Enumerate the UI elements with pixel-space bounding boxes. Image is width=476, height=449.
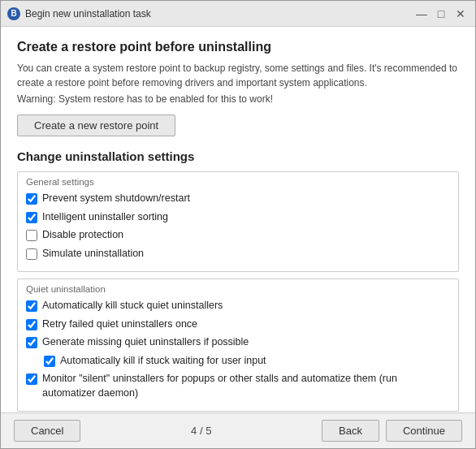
maximize-button[interactable]: □ [433, 6, 449, 22]
checkbox-monitor-silent: Monitor "silent" uninstallers for popups… [26, 372, 450, 400]
title-bar: B Begin new uninstallation task — □ ✕ [1, 1, 475, 27]
close-button[interactable]: ✕ [452, 6, 469, 22]
checkbox-prevent-shutdown-label: Prevent system shutdown/restart [42, 192, 190, 206]
checkbox-kill-waiting: Automatically kill if stuck waiting for … [44, 354, 450, 369]
footer-right: Back Continue [322, 420, 462, 442]
checkbox-intelligent-sorting-input[interactable] [26, 212, 37, 223]
checkbox-generate-missing-label: Generate missing quiet uninstallers if p… [42, 335, 249, 350]
quiet-uninstallation-label: Quiet uninstallation [26, 284, 450, 294]
settings-heading: Change uninstallation settings [17, 149, 459, 163]
checkbox-simulate-uninstall: Simulate uninstallation [26, 247, 450, 261]
app-icon: B [7, 7, 20, 20]
restore-description: You can create a system restore point to… [17, 61, 459, 90]
checkbox-simulate-uninstall-label: Simulate uninstallation [42, 247, 144, 261]
checkbox-kill-waiting-label: Automatically kill if stuck waiting for … [60, 354, 266, 369]
main-window: B Begin new uninstallation task — □ ✕ Cr… [0, 0, 476, 449]
footer-left: Cancel [14, 420, 80, 442]
window-controls: — □ ✕ [413, 6, 469, 22]
checkbox-monitor-silent-label: Monitor "silent" uninstallers for popups… [42, 372, 450, 400]
page-indicator: 4 / 5 [191, 425, 211, 437]
checkbox-intelligent-sorting: Intelligent uninstaller sorting [26, 210, 450, 225]
back-button[interactable]: Back [322, 420, 379, 442]
checkbox-retry-failed: Retry failed quiet uninstallers once [26, 317, 450, 332]
checkbox-disable-protection-label: Disable protection [42, 228, 123, 243]
checkbox-kill-stuck-label: Automatically kill stuck quiet uninstall… [42, 299, 223, 313]
window-title: Begin new uninstallation task [25, 8, 413, 19]
general-settings-label: General settings [26, 177, 450, 187]
checkbox-retry-failed-input[interactable] [26, 319, 37, 330]
content-area: Create a restore point before uninstalli… [1, 27, 475, 412]
checkbox-intelligent-sorting-label: Intelligent uninstaller sorting [42, 210, 168, 225]
checkbox-kill-stuck-input[interactable] [26, 300, 37, 312]
checkbox-disable-protection-input[interactable] [26, 230, 37, 241]
quiet-uninstallation-group: Quiet uninstallation Automatically kill … [17, 278, 459, 412]
footer: Cancel 4 / 5 Back Continue [1, 412, 475, 448]
checkbox-retry-failed-label: Retry failed quiet uninstallers once [42, 317, 197, 332]
minimize-button[interactable]: — [413, 6, 430, 22]
checkbox-prevent-shutdown-input[interactable] [26, 193, 37, 205]
checkbox-simulate-uninstall-input[interactable] [26, 248, 37, 260]
checkbox-kill-waiting-input[interactable] [44, 356, 55, 367]
general-settings-group: General settings Prevent system shutdown… [17, 171, 459, 272]
checkbox-generate-missing-input[interactable] [26, 337, 37, 348]
restore-heading: Create a restore point before uninstalli… [17, 40, 459, 54]
create-restore-point-button[interactable]: Create a new restore point [17, 114, 175, 136]
checkbox-kill-stuck: Automatically kill stuck quiet uninstall… [26, 299, 450, 313]
checkbox-generate-missing: Generate missing quiet uninstallers if p… [26, 335, 450, 350]
restore-warning: Warning: System restore has to be enable… [17, 93, 459, 105]
checkbox-disable-protection: Disable protection [26, 228, 450, 243]
cancel-button[interactable]: Cancel [14, 420, 80, 442]
checkbox-prevent-shutdown: Prevent system shutdown/restart [26, 192, 450, 206]
continue-button[interactable]: Continue [386, 420, 462, 442]
checkbox-monitor-silent-input[interactable] [26, 373, 37, 385]
